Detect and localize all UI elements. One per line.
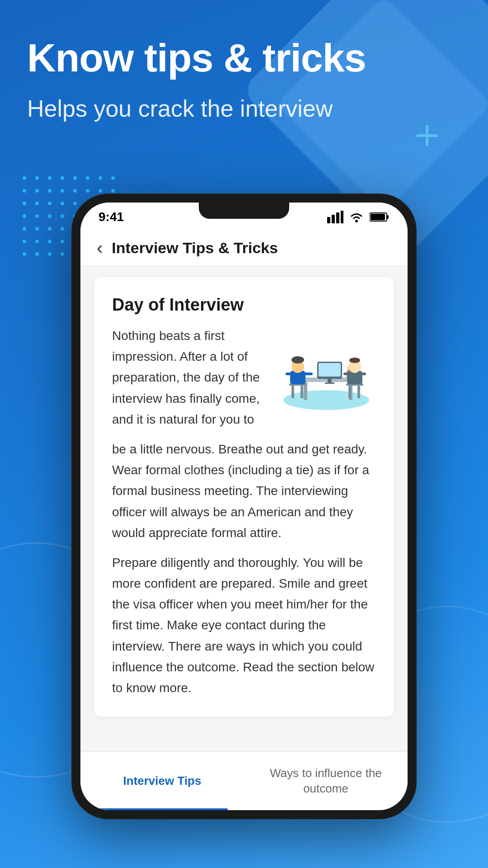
- header-section: Know tips & tricks Helps you crack the i…: [27, 36, 366, 124]
- content-card: Day of Interview Nothing beats a first i…: [94, 277, 394, 717]
- svg-point-24: [291, 356, 304, 363]
- svg-rect-1: [332, 215, 335, 223]
- svg-rect-15: [325, 382, 334, 384]
- svg-rect-34: [361, 373, 366, 375]
- tab-interview-tips-label: Interview Tips: [119, 774, 206, 789]
- svg-rect-21: [300, 386, 303, 398]
- back-button[interactable]: ‹: [97, 239, 103, 257]
- svg-point-4: [355, 220, 358, 222]
- svg-rect-0: [327, 217, 330, 223]
- svg-rect-28: [348, 386, 351, 398]
- signal-icon: [327, 211, 343, 223]
- bottom-tab-bar: Interview Tips Ways to influence the out…: [80, 751, 408, 810]
- wifi-icon: [349, 211, 364, 223]
- phone-screen: 9:41: [80, 203, 408, 810]
- tab-interview-tips[interactable]: Interview Tips: [80, 752, 244, 810]
- svg-rect-6: [387, 215, 389, 219]
- svg-rect-3: [341, 211, 343, 223]
- battery-icon: [370, 212, 389, 222]
- svg-rect-2: [336, 212, 339, 223]
- plus-decoration-icon: ＋: [407, 113, 447, 154]
- phone-notch: [199, 203, 289, 219]
- sub-title: Helps you crack the interview: [27, 94, 366, 124]
- svg-rect-13: [319, 363, 341, 377]
- svg-rect-29: [357, 386, 360, 398]
- tab-ways-to-influence[interactable]: Ways to influence the outcome: [244, 752, 408, 810]
- phone-mockup: 9:41: [72, 194, 416, 818]
- status-time: 9:41: [99, 210, 124, 224]
- tab-ways-to-influence-label: Ways to influence the outcome: [244, 766, 408, 797]
- main-title: Know tips & tricks: [27, 36, 366, 80]
- svg-rect-7: [371, 214, 385, 220]
- content-area: Day of Interview Nothing beats a first i…: [80, 266, 408, 810]
- svg-point-32: [349, 358, 360, 363]
- phone-frame: 9:41: [72, 194, 416, 818]
- nav-title: Interview Tips & Tricks: [112, 239, 278, 257]
- card-text-body: be a little nervous. Breathe out and get…: [112, 439, 376, 543]
- svg-rect-20: [291, 386, 294, 398]
- tab-active-indicator: [97, 808, 228, 810]
- card-section-title: Day of Interview: [112, 295, 376, 315]
- card-text-body2: Prepare diligently and thoroughly. You w…: [112, 552, 376, 698]
- card-illustration: [277, 326, 376, 430]
- nav-bar: ‹ Interview Tips & Tricks: [80, 230, 408, 266]
- card-body: Nothing beats a first impression. After …: [112, 326, 376, 430]
- card-intro-text: Nothing beats a first impression. After …: [112, 326, 267, 430]
- svg-rect-33: [343, 373, 348, 375]
- status-icons: [327, 211, 389, 223]
- svg-rect-25: [286, 373, 291, 375]
- svg-rect-14: [328, 379, 332, 382]
- svg-rect-26: [305, 373, 313, 375]
- svg-point-8: [283, 390, 369, 410]
